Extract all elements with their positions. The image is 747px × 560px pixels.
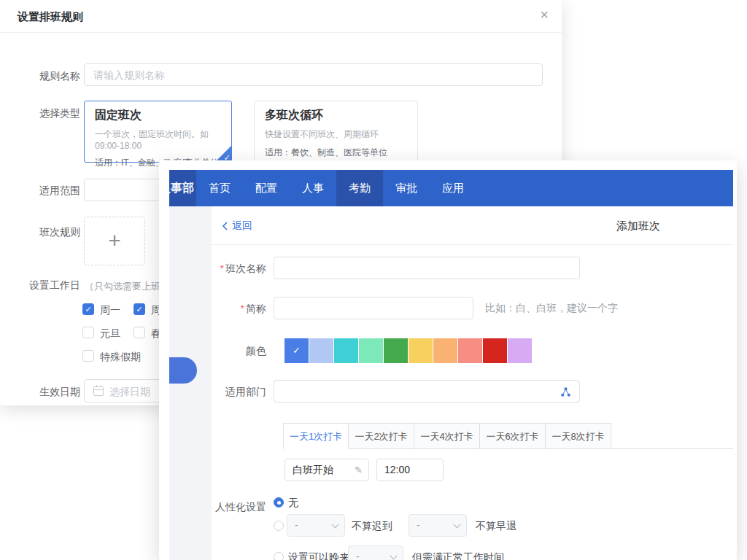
type-card-title: 多班次循环 <box>265 108 417 123</box>
required-mark: * <box>241 303 244 314</box>
add-shift-rule-button[interactable]: + <box>84 217 145 265</box>
chevron-left-icon <box>221 221 228 231</box>
flex-time-label: 设置可以晚来 <box>288 551 349 560</box>
department-label: 适用部门 <box>212 386 266 399</box>
shift-start-time-field[interactable]: 12:00 <box>376 459 444 481</box>
dialog-title: 设置排班规则 <box>18 10 83 24</box>
top-nav: 人事部 首页 配置 人事 考勤 审批 应用 <box>169 170 733 206</box>
shift-name-label: *班次名称 <box>212 262 266 276</box>
radio-none[interactable] <box>274 497 284 508</box>
type-card-desc: 一个班次，固定班次时间。如09:00-18:00 <box>95 128 231 151</box>
color-swatch[interactable] <box>384 338 408 363</box>
scope-label: 适用范围 <box>28 184 80 198</box>
app-logo[interactable]: 人事部 <box>169 170 196 206</box>
shift-start-name-field[interactable]: 白班开始 ✎ <box>285 459 369 481</box>
select-value: - <box>417 519 420 531</box>
color-swatch-selected[interactable]: ✓ <box>285 338 309 363</box>
checkbox-monday[interactable]: ✓ <box>82 303 94 315</box>
type-card-desc: 快捷设置不同班次、周期循环 <box>265 128 417 141</box>
page-header-row: 返回 添加班次 <box>212 206 733 245</box>
shift-name-input[interactable] <box>274 257 580 279</box>
nav-item-approval[interactable]: 审批 <box>383 170 430 206</box>
tab-punch-6[interactable]: 一天6次打卡 <box>480 423 546 449</box>
color-swatch[interactable] <box>458 338 482 363</box>
close-icon[interactable]: × <box>540 7 549 22</box>
color-swatch-group: ✓ <box>285 338 532 363</box>
abbr-hint: 比如：白、白班，建议一个字 <box>485 302 618 315</box>
nav-item-config[interactable]: 配置 <box>243 170 290 206</box>
checkbox-newyear[interactable] <box>82 327 94 338</box>
check-icon: ✓ <box>293 345 301 356</box>
late-minutes-select[interactable]: - <box>287 514 345 537</box>
type-card-fixed-shift[interactable]: 固定班次 一个班次，固定班次时间。如09:00-18:00 适用：IT、金融、政… <box>84 101 232 163</box>
not-early-leave-label: 不算早退 <box>476 520 516 533</box>
department-input[interactable] <box>274 380 580 402</box>
select-value: - <box>356 551 360 560</box>
radio-none-label: 无 <box>288 497 298 510</box>
color-swatch[interactable] <box>359 338 383 363</box>
flex-time-suffix: 但需满正常工作时间 <box>412 551 504 560</box>
app-logo-text: 人事部 <box>169 170 194 206</box>
checkbox-newyear-label: 元旦 <box>100 327 120 339</box>
tab-punch-8[interactable]: 一天8次打卡 <box>546 423 611 449</box>
chevron-down-icon <box>454 521 461 529</box>
checkbox-special-holiday[interactable] <box>82 350 94 362</box>
checkbox-monday-label: 周一 <box>100 304 120 316</box>
pencil-icon[interactable]: ✎ <box>355 459 363 481</box>
nav-item-hr[interactable]: 人事 <box>290 170 336 206</box>
color-swatch[interactable] <box>309 338 333 363</box>
nav-item-apps[interactable]: 应用 <box>430 170 476 206</box>
dialog-header: 设置排班规则 × <box>0 0 562 33</box>
tab-punch-4[interactable]: 一天4次打卡 <box>414 423 480 449</box>
not-late-label: 不算迟到 <box>352 520 392 533</box>
color-label: 颜色 <box>212 345 266 358</box>
required-mark: * <box>220 262 224 274</box>
back-label: 返回 <box>232 219 252 233</box>
effective-date-label: 生效日期 <box>28 386 80 399</box>
type-card-title: 固定班次 <box>95 108 231 123</box>
early-leave-minutes-select[interactable]: - <box>409 514 467 537</box>
color-swatch[interactable] <box>508 338 532 363</box>
punch-tabs: 一天1次打卡 一天2次打卡 一天4次打卡 一天6次打卡 一天8次打卡 <box>283 423 611 449</box>
page-content: 返回 添加班次 *班次名称 *简称 比如：白、白班，建议一个字 颜色 ✓ 适用部… <box>212 206 733 560</box>
tab-punch-2[interactable]: 一天2次打卡 <box>349 423 414 449</box>
shift-rule-label: 班次规则 <box>28 226 80 239</box>
nav-item-home[interactable]: 首页 <box>196 170 243 206</box>
plus-icon: + <box>108 228 121 252</box>
calendar-icon <box>93 386 104 396</box>
org-tree-icon[interactable] <box>560 386 571 397</box>
abbr-label: *简称 <box>212 303 266 316</box>
chevron-down-icon <box>332 521 339 529</box>
chevron-down-icon <box>390 553 398 560</box>
color-swatch[interactable] <box>409 338 433 363</box>
check-icon: ✓ <box>85 305 91 314</box>
back-button[interactable]: 返回 <box>221 219 252 233</box>
color-swatch[interactable] <box>433 338 457 363</box>
workday-label: 设置工作日 <box>28 279 80 292</box>
type-card-scope: 适用：餐饮、制造、医院等单位 <box>265 147 417 159</box>
flex-time-select[interactable]: - <box>348 545 403 560</box>
checkbox-tuesday[interactable]: ✓ <box>133 303 145 315</box>
abbr-input[interactable] <box>274 297 473 319</box>
check-icon: ✓ <box>136 305 142 314</box>
radio-late-allowance[interactable] <box>274 521 284 531</box>
color-swatch[interactable] <box>334 338 358 363</box>
rule-name-input[interactable] <box>84 63 543 86</box>
color-swatch[interactable] <box>483 338 507 363</box>
checkbox-special-holiday-label: 特殊假期 <box>100 351 141 362</box>
type-card-multi-shift[interactable]: 多班次循环 快捷设置不同班次、周期循环 适用：餐饮、制造、医院等单位 <box>254 101 418 163</box>
attendance-app-window: 人事部 首页 配置 人事 考勤 审批 应用 返回 添加班次 *班次名称 *简称 … <box>159 160 737 560</box>
tab-punch-1[interactable]: 一天1次打卡 <box>283 423 349 449</box>
select-value: - <box>295 519 298 531</box>
sidebar-handle-button[interactable] <box>169 357 197 384</box>
effective-date-placeholder: 选择日期 <box>109 386 150 399</box>
humanize-label: 人性化设置 <box>212 501 266 514</box>
page-title: 添加班次 <box>616 219 660 233</box>
shift-start-time: 12:00 <box>384 464 410 475</box>
shift-start-text: 白班开始 <box>293 464 333 475</box>
type-label: 选择类型 <box>28 107 80 120</box>
rule-name-label: 规则名称 <box>28 70 80 83</box>
nav-item-attendance[interactable]: 考勤 <box>336 170 383 206</box>
radio-flex-time[interactable] <box>274 552 284 560</box>
checkbox-springfestival[interactable] <box>133 327 145 338</box>
